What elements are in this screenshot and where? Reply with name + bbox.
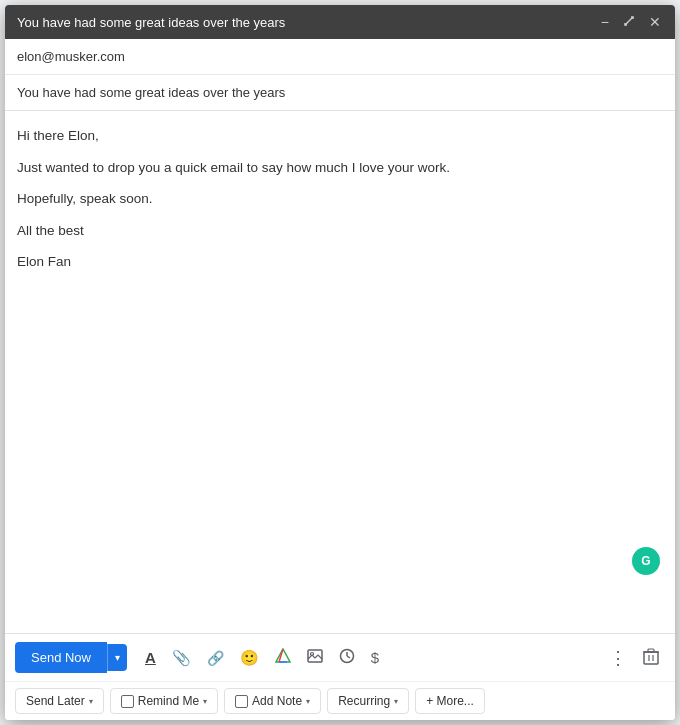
recurring-label: Recurring <box>338 694 390 708</box>
svg-rect-10 <box>644 652 658 664</box>
svg-rect-12 <box>648 649 654 652</box>
add-note-checkbox <box>235 695 248 708</box>
add-note-button[interactable]: Add Note ▾ <box>224 688 321 714</box>
recurring-button[interactable]: Recurring ▾ <box>327 688 409 714</box>
emoji-icon: 🙂 <box>240 649 259 667</box>
window-controls: − ✕ <box>599 13 663 31</box>
subject-value: You have had some great ideas over the y… <box>17 85 285 100</box>
drive-icon <box>275 648 291 667</box>
send-dropdown-button[interactable]: ▾ <box>107 644 127 671</box>
body-wrapper: Hi there Elon, Just wanted to drop you a… <box>5 111 675 720</box>
svg-line-9 <box>347 656 350 658</box>
add-note-label: Add Note <box>252 694 302 708</box>
to-field[interactable]: elon@musker.com <box>5 39 675 75</box>
schedule-button[interactable] <box>333 644 361 671</box>
format-text-button[interactable]: A <box>139 645 162 670</box>
link-button[interactable]: 🔗 <box>201 646 230 670</box>
email-fields: elon@musker.com You have had some great … <box>5 39 675 111</box>
photo-icon <box>307 649 323 666</box>
add-note-arrow: ▾ <box>306 697 310 706</box>
remind-me-arrow: ▾ <box>203 697 207 706</box>
subject-field[interactable]: You have had some great ideas over the y… <box>5 75 675 110</box>
more-label: + More... <box>426 694 474 708</box>
photo-button[interactable] <box>301 645 329 670</box>
window-title: You have had some great ideas over the y… <box>17 15 285 30</box>
body-paragraph1: Just wanted to drop you a quick email to… <box>17 157 663 179</box>
send-now-button[interactable]: Send Now <box>15 642 107 673</box>
recurring-arrow: ▾ <box>394 697 398 706</box>
dollar-icon: $ <box>371 649 379 666</box>
drive-button[interactable] <box>269 644 297 671</box>
main-toolbar: Send Now ▾ A 📎 🔗 🙂 <box>5 634 675 682</box>
compose-window: You have had some great ideas over the y… <box>5 5 675 720</box>
email-body[interactable]: Hi there Elon, Just wanted to drop you a… <box>5 111 675 633</box>
schedule-icon <box>339 648 355 667</box>
body-greeting: Hi there Elon, <box>17 125 663 147</box>
dollar-button[interactable]: $ <box>365 645 385 670</box>
format-text-icon: A <box>145 649 156 666</box>
more-button[interactable]: + More... <box>415 688 485 714</box>
more-options-button[interactable]: ⋮ <box>603 643 633 673</box>
body-paragraph2: Hopefully, speak soon. <box>17 188 663 210</box>
attachment-icon: 📎 <box>172 649 191 667</box>
delete-button[interactable] <box>637 644 665 672</box>
link-icon: 🔗 <box>207 650 224 666</box>
send-button-group: Send Now ▾ <box>15 642 127 673</box>
secondary-toolbar: Send Later ▾ Remind Me ▾ Add Note ▾ <box>5 682 675 720</box>
delete-icon <box>643 648 659 668</box>
grammarly-button[interactable]: G <box>632 547 660 575</box>
body-signature: Elon Fan <box>17 251 663 273</box>
close-button[interactable]: ✕ <box>647 13 663 31</box>
toolbar-area: Send Now ▾ A 📎 🔗 🙂 <box>5 633 675 720</box>
grammarly-icon: G <box>641 554 650 568</box>
send-later-arrow: ▾ <box>89 697 93 706</box>
send-later-button[interactable]: Send Later ▾ <box>15 688 104 714</box>
minimize-button[interactable]: − <box>599 13 611 31</box>
remind-me-label: Remind Me <box>138 694 199 708</box>
attachment-button[interactable]: 📎 <box>166 645 197 671</box>
to-value: elon@musker.com <box>17 49 125 64</box>
remind-me-button[interactable]: Remind Me ▾ <box>110 688 218 714</box>
more-options-icon: ⋮ <box>609 647 627 669</box>
title-bar: You have had some great ideas over the y… <box>5 5 675 39</box>
maximize-button[interactable] <box>621 13 637 31</box>
svg-rect-5 <box>308 650 322 662</box>
remind-me-checkbox <box>121 695 134 708</box>
body-closing: All the best <box>17 220 663 242</box>
emoji-button[interactable]: 🙂 <box>234 645 265 671</box>
send-later-label: Send Later <box>26 694 85 708</box>
